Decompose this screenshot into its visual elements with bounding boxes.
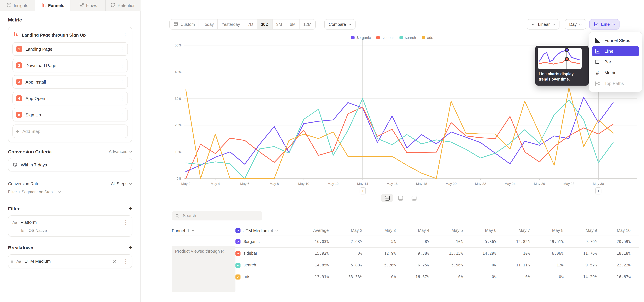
cell-value: 9.76% bbox=[568, 239, 601, 244]
step-label: Download Page bbox=[26, 63, 116, 68]
funnel-step-5[interactable]: 5Sign Up⋮ bbox=[12, 108, 128, 122]
chevron-down-icon bbox=[129, 151, 132, 153]
layout-table-view-button[interactable] bbox=[408, 194, 420, 202]
cell-value: 12% bbox=[534, 263, 568, 268]
series-checkbox[interactable] bbox=[236, 251, 240, 256]
range-3m[interactable]: 3M bbox=[272, 20, 286, 29]
close-icon[interactable] bbox=[113, 260, 116, 263]
cell-value: 10% bbox=[500, 251, 534, 256]
conversion-rate-dropdown[interactable]: All Steps bbox=[111, 182, 132, 186]
step-number-badge: 3 bbox=[16, 79, 22, 85]
layout-chart-view-button[interactable] bbox=[395, 194, 406, 202]
series-cell[interactable]: $organic bbox=[236, 239, 289, 244]
series-cell[interactable]: ads bbox=[236, 274, 289, 279]
compare-button[interactable]: Compare bbox=[324, 19, 356, 30]
date-column-header[interactable]: May 6 bbox=[467, 228, 500, 233]
cell-value: 11.76% bbox=[568, 251, 601, 256]
cell-value: 22.22% bbox=[601, 263, 634, 268]
chart-type-dropdown[interactable]: Line bbox=[589, 19, 619, 30]
breakdown-heading: Breakdown bbox=[8, 245, 33, 250]
cell-value: 16.67% bbox=[601, 274, 634, 279]
date-column-header[interactable]: May 4 bbox=[400, 228, 433, 233]
filter-operator[interactable]: Is bbox=[21, 228, 24, 233]
search-input[interactable] bbox=[182, 213, 250, 218]
scale-dropdown[interactable]: Linear bbox=[526, 19, 560, 30]
filter-value[interactable]: iOS Native bbox=[28, 228, 47, 233]
step-kebab-icon[interactable]: ⋮ bbox=[120, 79, 124, 85]
step-label: App Install bbox=[26, 79, 116, 84]
date-column-header[interactable]: May 9 bbox=[568, 228, 601, 233]
step-kebab-icon[interactable]: ⋮ bbox=[120, 95, 124, 102]
date-column-header[interactable]: May 8 bbox=[534, 228, 568, 233]
svg-text:May 30: May 30 bbox=[593, 182, 604, 186]
step-kebab-icon[interactable]: ⋮ bbox=[120, 112, 124, 118]
menu-item-bar[interactable]: Bar bbox=[592, 57, 639, 67]
series-cell[interactable]: search bbox=[236, 262, 289, 268]
menu-item-line[interactable]: Line bbox=[592, 46, 639, 56]
breakdown-column-header[interactable]: UTM Medium 4 bbox=[236, 228, 289, 233]
svg-text:May 14: May 14 bbox=[357, 182, 368, 186]
add-step-button[interactable]: + Add Step bbox=[12, 124, 128, 138]
tab-retention[interactable]: Retention bbox=[106, 0, 140, 11]
tab-flows[interactable]: Flows bbox=[70, 0, 106, 11]
range-12m[interactable]: 12M bbox=[300, 20, 315, 29]
average-column-header[interactable]: Average bbox=[289, 228, 333, 233]
series-name: sidebar bbox=[244, 251, 257, 256]
add-filter-button[interactable]: + bbox=[129, 206, 132, 212]
funnel-step-4[interactable]: 4App Open⋮ bbox=[12, 92, 128, 105]
date-column-header[interactable]: May 2 bbox=[333, 228, 366, 233]
svg-text:May 18: May 18 bbox=[416, 182, 427, 186]
range-7d[interactable]: 7D bbox=[244, 20, 257, 29]
range-30d[interactable]: 30D bbox=[257, 20, 272, 29]
date-column-header[interactable]: May 3 bbox=[366, 228, 400, 233]
funnel-step-1[interactable]: 1Landing Page⋮ bbox=[12, 42, 128, 56]
layout-split-view-button[interactable] bbox=[381, 194, 393, 202]
tab-label: Flows bbox=[86, 3, 97, 8]
range-yesterday[interactable]: Yesterday bbox=[218, 20, 244, 29]
filter-segment-dropdown[interactable]: Filter + Segment on Step 1 bbox=[8, 190, 132, 194]
range-6m[interactable]: 6M bbox=[286, 20, 300, 29]
funnel-step-3[interactable]: 3App Install⋮ bbox=[12, 75, 128, 88]
funnel-steps-icon bbox=[594, 38, 600, 43]
filter-platform-card[interactable]: Aa Platform ⋮ Is iOS Native bbox=[8, 216, 132, 236]
interval-dropdown[interactable]: Day bbox=[565, 19, 586, 30]
series-name: $organic bbox=[244, 239, 260, 244]
date-column-header[interactable]: May 10 bbox=[601, 228, 634, 233]
tab-funnels[interactable]: Funnels bbox=[35, 0, 70, 11]
date-column-header[interactable]: May 7 bbox=[500, 228, 534, 233]
advanced-dropdown[interactable]: Advanced bbox=[109, 149, 132, 154]
series-cell[interactable]: sidebar bbox=[236, 251, 289, 256]
series-checkbox[interactable] bbox=[236, 239, 240, 244]
range-today[interactable]: Today bbox=[199, 20, 218, 29]
funnel-column-header[interactable]: Funnel 1 bbox=[172, 228, 236, 233]
cell-value: 12.9% bbox=[366, 251, 400, 256]
funnel-step-2[interactable]: 2Download Page⋮ bbox=[12, 59, 128, 72]
menu-item-funnel-steps[interactable]: Funnel Steps bbox=[592, 35, 639, 46]
series-checkbox[interactable] bbox=[236, 262, 240, 268]
menu-item-metric[interactable]: #Metric bbox=[592, 68, 639, 78]
funnel-kebab-icon[interactable]: ⋮ bbox=[122, 32, 127, 38]
chevron-down-icon bbox=[58, 191, 61, 193]
range-custom[interactable]: Custom bbox=[170, 20, 199, 29]
step-number-badge: 1 bbox=[16, 46, 22, 52]
drag-handle-icon[interactable] bbox=[10, 260, 13, 262]
select-all-checkbox[interactable] bbox=[236, 228, 240, 233]
retention-icon bbox=[110, 3, 115, 8]
filter-kebab-icon[interactable]: ⋮ bbox=[123, 219, 128, 226]
tab-insights[interactable]: Insights bbox=[0, 0, 35, 11]
breakdown-column-count: 4 bbox=[271, 228, 273, 233]
layout-toggle-group bbox=[378, 194, 423, 202]
breakdown-utm-card[interactable]: Aa UTM Medium ⋮ bbox=[8, 254, 132, 268]
step-kebab-icon[interactable]: ⋮ bbox=[120, 62, 124, 68]
insights-icon bbox=[7, 3, 12, 8]
step-kebab-icon[interactable]: ⋮ bbox=[120, 46, 124, 52]
series-checkbox[interactable] bbox=[236, 274, 240, 279]
add-breakdown-button[interactable]: + bbox=[129, 244, 132, 251]
date-column-header[interactable]: May 5 bbox=[433, 228, 467, 233]
conversion-window-button[interactable]: Within 7 days bbox=[8, 158, 132, 172]
cell-value: 6.06% bbox=[534, 251, 568, 256]
funnel-name-cell[interactable]: Product Viewed through P... bbox=[172, 246, 236, 292]
range-label: 3M bbox=[276, 22, 282, 27]
range-label: Custom bbox=[180, 22, 195, 27]
breakdown-kebab-icon[interactable]: ⋮ bbox=[123, 258, 128, 264]
